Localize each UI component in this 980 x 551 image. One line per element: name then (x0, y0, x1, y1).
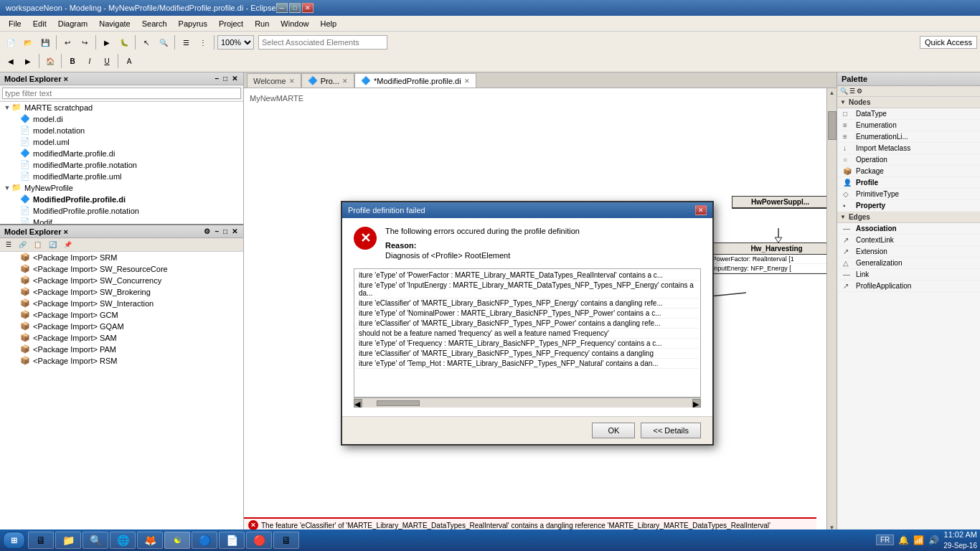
dialog-main-message: The following errors occured during the … (385, 227, 580, 235)
volume-icon: 🔊 (928, 535, 939, 545)
taskbar-right: FR 🔔 📶 🔊 11:02 AM 29-Sep-16 (876, 529, 977, 550)
app-icon-5: 🦊 (144, 534, 156, 546)
dialog-title-controls: ✕ (695, 205, 707, 215)
taskbar-apps: 🖥 📁 🔍 🌐 🦊 ☯ 🔵 📄 🔴 🖥 (28, 532, 299, 549)
dialog-diagnosis: Diagnosis of <Profile> RootElement (385, 251, 580, 260)
app-icon-4: 🌐 (117, 534, 129, 546)
clock-date: 29-Sep-16 (943, 541, 977, 551)
taskbar-app-4[interactable]: 🌐 (110, 532, 136, 549)
notification-icon[interactable]: 🔔 (898, 535, 909, 545)
app-icon-9: 🔴 (253, 534, 265, 546)
hscroll-track (362, 400, 692, 406)
taskbar-app-9[interactable]: 🔴 (246, 532, 272, 549)
clock-time: 11:02 AM (943, 529, 977, 540)
error-entry-3: iture 'eClassifier' of 'MARTE_Library_Ba… (356, 298, 699, 309)
start-button[interactable]: ⊞ (3, 532, 25, 549)
taskbar-app-3[interactable]: 🔍 (83, 532, 108, 549)
dialog-body: ✕ The following errors occured during th… (342, 218, 712, 416)
dialog-error-list[interactable]: iture 'eType' of 'PowerFactor : MARTE_Li… (354, 268, 701, 397)
taskbar-app-5[interactable]: 🦊 (137, 532, 163, 549)
taskbar-app-2[interactable]: 📁 (55, 532, 81, 549)
language-selector[interactable]: FR (876, 534, 894, 545)
clock: 11:02 AM 29-Sep-16 (943, 529, 977, 550)
app-icon-10: 🖥 (281, 534, 291, 546)
hscroll-left[interactable]: ◀ (354, 399, 362, 408)
dialog-buttons: OK << Details (342, 416, 712, 444)
error-entry-2: iture 'eType' of 'InputEnergy : MARTE_Li… (356, 281, 699, 298)
error-entry-6: should not be a feature named 'frequency… (356, 329, 699, 339)
app-icon-2: 📁 (62, 534, 75, 546)
dialog-title: Profile definition failed (348, 206, 425, 215)
app-icon-8: 📄 (226, 534, 238, 546)
app-icon-3: 🔍 (90, 534, 102, 546)
error-entry-1: iture 'eType' of 'PowerFactor : MARTE_Li… (356, 270, 699, 281)
app-icon-1: 🖥 (36, 534, 46, 546)
app-icon-7: 🔵 (199, 534, 211, 546)
hscroll-thumb[interactable] (377, 400, 420, 406)
dialog-hscroll[interactable]: ◀ ▶ (354, 397, 701, 408)
dialog-reason-area: Reason: Diagnosis of <Profile> RootEleme… (385, 241, 580, 260)
modal-overlay: Profile definition failed ✕ ✕ The follow… (0, 0, 980, 551)
dialog-reason-label: Reason: (385, 241, 580, 250)
taskbar-app-7[interactable]: 🔵 (192, 532, 217, 549)
taskbar-app-6[interactable]: ☯ (164, 532, 190, 549)
error-entry-4: iture 'eType' of 'NominalPower : MARTE_L… (356, 309, 699, 319)
error-entry-9: iture 'eType' of 'Temp_Hot : MARTE_Libra… (356, 359, 699, 369)
error-entry-5: iture 'eClassifier' of 'MARTE_Library_Ba… (356, 319, 699, 329)
taskbar-app-1[interactable]: 🖥 (28, 532, 54, 549)
dialog-content: ✕ The following errors occured during th… (354, 227, 701, 260)
error-entry-8: iture 'eClassifier' of 'MARTE_Library_Ba… (356, 349, 699, 359)
dialog-ok-button[interactable]: OK (592, 423, 635, 438)
taskbar: ⊞ 🖥 📁 🔍 🌐 🦊 ☯ 🔵 📄 🔴 🖥 (0, 529, 980, 551)
dialog-error-icon: ✕ (354, 227, 377, 250)
error-entry-7: iture 'eType' of 'Frequency : MARTE_Libr… (356, 339, 699, 349)
dialog-message-area: The following errors occured during the … (385, 227, 580, 260)
taskbar-app-10[interactable]: 🖥 (273, 532, 299, 549)
dialog-title-bar: Profile definition failed ✕ (342, 202, 712, 218)
hscroll-right[interactable]: ▶ (692, 399, 701, 408)
taskbar-app-8[interactable]: 📄 (219, 532, 245, 549)
dialog-details-button[interactable]: << Details (641, 423, 701, 438)
profile-definition-dialog: Profile definition failed ✕ ✕ The follow… (341, 201, 714, 446)
app-icon-6: ☯ (174, 535, 182, 545)
dialog-close-btn[interactable]: ✕ (695, 205, 707, 215)
network-icon: 📶 (913, 535, 924, 545)
